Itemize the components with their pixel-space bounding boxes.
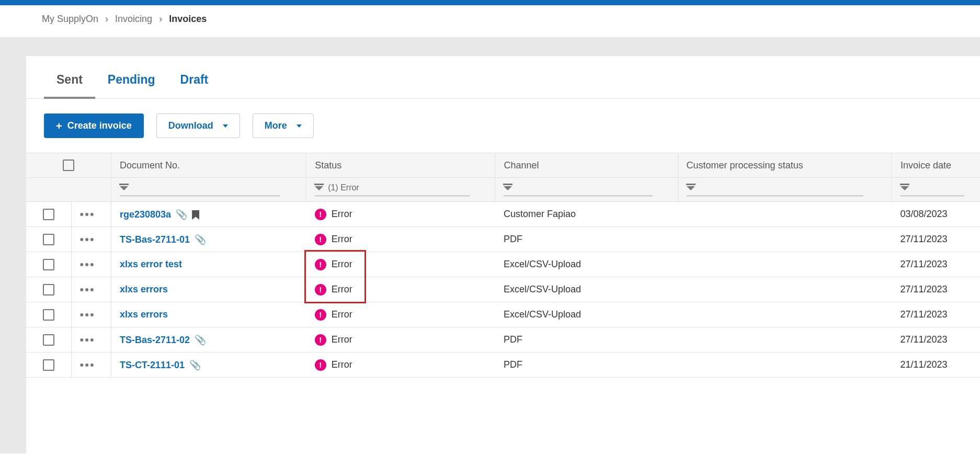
download-label: Download <box>168 120 213 131</box>
row-checkbox-cell <box>26 227 71 252</box>
caret-down-icon <box>223 124 228 128</box>
status-text: Error <box>332 284 352 295</box>
tab-pending[interactable]: Pending <box>95 56 168 98</box>
row-actions-menu[interactable]: ••• <box>80 258 95 271</box>
col-status[interactable]: Status <box>306 153 495 178</box>
document-no-cell: TS-CT-2111-01 📎 <box>111 353 306 378</box>
col-channel[interactable]: Channel <box>495 153 678 178</box>
document-link[interactable]: rge230803a <box>120 209 171 220</box>
channel-cell: PDF <box>495 227 678 252</box>
status-text: Error <box>332 259 352 270</box>
toolbar: + Create invoice Download More <box>26 99 980 153</box>
status-cell: !Error <box>306 202 495 227</box>
error-icon: ! <box>315 284 326 295</box>
filter-document-no[interactable] <box>111 178 306 202</box>
tab-draft[interactable]: Draft <box>168 56 221 98</box>
row-checkbox[interactable] <box>43 209 54 220</box>
document-link[interactable]: xlxs errors <box>120 284 168 294</box>
col-cps[interactable]: Customer processing status <box>678 153 892 178</box>
select-all-checkbox[interactable] <box>63 160 74 171</box>
invoice-date-cell: 27/11/2023 <box>892 327 980 353</box>
row-checkbox-cell <box>26 327 71 353</box>
row-actions-menu[interactable]: ••• <box>80 333 95 346</box>
row-checkbox[interactable] <box>43 334 54 346</box>
breadcrumb-level1[interactable]: Invoicing <box>115 14 152 24</box>
invoice-date-cell: 27/11/2023 <box>892 252 980 277</box>
breadcrumb-current: Invoices <box>169 14 207 24</box>
row-actions-cell: ••• <box>71 277 111 302</box>
document-no-cell: xlxs errors <box>111 302 306 327</box>
invoice-date-cell: 21/11/2023 <box>892 353 980 378</box>
content-background: Sent Pending Draft + Create invoice Down… <box>0 37 980 453</box>
create-invoice-button[interactable]: + Create invoice <box>44 113 144 138</box>
row-actions-cell: ••• <box>71 302 111 327</box>
document-link[interactable]: TS-Bas-2711-02 <box>120 335 190 345</box>
filter-icon <box>120 186 128 190</box>
plus-icon: + <box>56 121 62 131</box>
cps-cell <box>678 302 892 327</box>
error-icon: ! <box>315 209 326 220</box>
filter-status-value: (1) Error <box>328 183 359 192</box>
status-cell: !Error <box>306 327 495 353</box>
filter-status[interactable]: (1) Error <box>306 178 495 202</box>
channel-cell: PDF <box>495 353 678 378</box>
error-icon: ! <box>315 359 326 371</box>
cps-cell <box>678 202 892 227</box>
col-document-no[interactable]: Document No. <box>111 153 306 178</box>
table-row: •••TS-Bas-2711-01 📎!ErrorPDF27/11/2023 <box>26 227 980 252</box>
document-link[interactable]: xlxs error test <box>120 259 182 269</box>
tab-sent[interactable]: Sent <box>44 56 95 98</box>
attachment-icon: 📎 <box>189 360 201 370</box>
bookmark-icon <box>192 210 199 220</box>
document-no-cell: TS-Bas-2711-01 📎 <box>111 227 306 252</box>
table-row: •••xlxs errors!ErrorExcel/CSV-Upload27/1… <box>26 302 980 327</box>
row-checkbox[interactable] <box>43 259 54 270</box>
col-date[interactable]: Invoice date <box>892 153 980 178</box>
invoices-table: Document No. Status Channel Customer pro… <box>26 153 980 378</box>
filter-icon <box>901 186 909 190</box>
filter-cps[interactable] <box>678 178 892 202</box>
more-button[interactable]: More <box>253 113 314 138</box>
status-text: Error <box>332 334 352 345</box>
row-actions-menu[interactable]: ••• <box>80 308 95 321</box>
filter-blank <box>26 178 111 202</box>
status-cell: !Error <box>306 252 495 277</box>
table-row: •••TS-CT-2111-01 📎!ErrorPDF21/11/2023 <box>26 353 980 378</box>
row-checkbox[interactable] <box>43 309 54 321</box>
attachment-icon: 📎 <box>176 209 187 220</box>
channel-cell: Customer Fapiao <box>495 202 678 227</box>
filter-channel[interactable] <box>495 178 678 202</box>
breadcrumb-root[interactable]: My SupplyOn <box>42 14 98 24</box>
filter-icon <box>315 186 323 190</box>
document-link[interactable]: TS-Bas-2711-01 <box>120 234 190 245</box>
cps-cell <box>678 353 892 378</box>
row-actions-menu[interactable]: ••• <box>80 358 95 371</box>
invoice-date-cell: 03/08/2023 <box>892 202 980 227</box>
row-checkbox[interactable] <box>43 359 54 371</box>
cps-cell <box>678 252 892 277</box>
document-link[interactable]: TS-CT-2111-01 <box>120 360 185 370</box>
channel-cell: Excel/CSV-Upload <box>495 277 678 302</box>
row-actions-menu[interactable]: ••• <box>80 283 95 296</box>
tabs-bar: Sent Pending Draft <box>26 56 980 99</box>
table-row: •••rge230803a 📎 !ErrorCustomer Fapiao03/… <box>26 202 980 227</box>
row-checkbox-cell <box>26 277 71 302</box>
row-checkbox[interactable] <box>43 284 54 295</box>
document-link[interactable]: xlxs errors <box>120 309 168 320</box>
table-row: •••xlxs error test!ErrorExcel/CSV-Upload… <box>26 252 980 277</box>
cps-cell <box>678 327 892 353</box>
filter-icon <box>687 186 695 190</box>
error-icon: ! <box>315 234 326 245</box>
document-no-cell: xlxs errors <box>111 277 306 302</box>
row-actions-menu[interactable]: ••• <box>80 208 95 221</box>
row-actions-menu[interactable]: ••• <box>80 233 95 246</box>
row-checkbox[interactable] <box>43 234 54 245</box>
cps-cell <box>678 227 892 252</box>
row-checkbox-cell <box>26 353 71 378</box>
status-text: Error <box>332 359 352 370</box>
download-button[interactable]: Download <box>156 113 240 138</box>
filter-date[interactable] <box>892 178 980 202</box>
table-header-row: Document No. Status Channel Customer pro… <box>26 153 980 178</box>
document-no-cell: xlxs error test <box>111 252 306 277</box>
breadcrumb: My SupplyOn › Invoicing › Invoices <box>0 5 980 37</box>
